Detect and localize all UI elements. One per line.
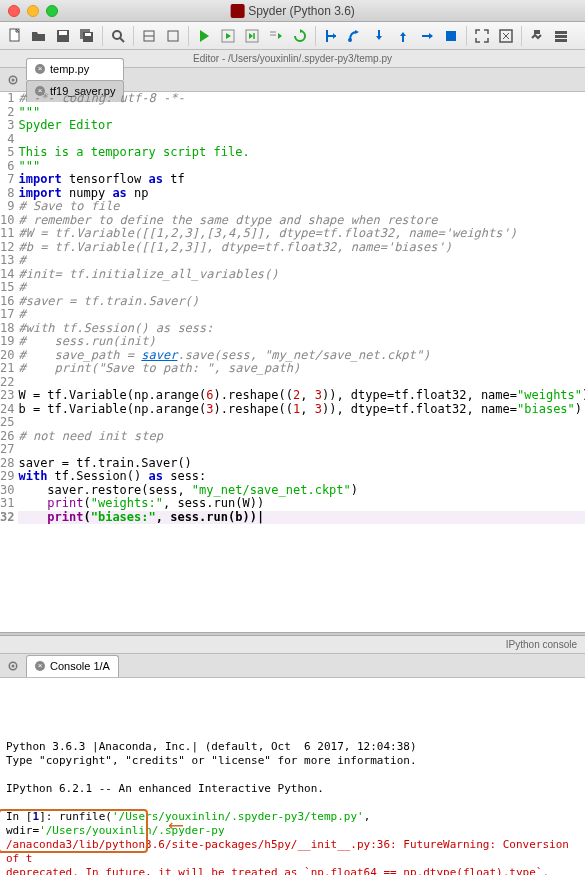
save-all-button[interactable] bbox=[76, 25, 98, 47]
svg-rect-10 bbox=[168, 31, 178, 41]
debug-step-out-button[interactable] bbox=[392, 25, 414, 47]
debug-step-button[interactable] bbox=[344, 25, 366, 47]
close-window-button[interactable] bbox=[8, 5, 20, 17]
console-tab-bar: × Console 1/A bbox=[0, 654, 585, 678]
svg-point-26 bbox=[12, 664, 15, 667]
svg-rect-20 bbox=[555, 31, 567, 34]
window-titlebar: Spyder (Python 3.6) bbox=[0, 0, 585, 22]
close-tab-icon[interactable]: × bbox=[35, 64, 45, 74]
spyder-icon bbox=[230, 4, 244, 18]
save-button[interactable] bbox=[52, 25, 74, 47]
open-file-button[interactable] bbox=[28, 25, 50, 47]
svg-rect-22 bbox=[555, 39, 567, 42]
preferences-button[interactable] bbox=[526, 25, 548, 47]
debug-step-into-button[interactable] bbox=[368, 25, 390, 47]
console-pane: IPython console × Console 1/A ⟵ Python 3… bbox=[0, 636, 585, 875]
svg-rect-2 bbox=[59, 31, 67, 35]
svg-rect-5 bbox=[85, 33, 91, 36]
stop-button[interactable] bbox=[440, 25, 462, 47]
code-content[interactable]: # -*- coding: utf-8 -*-"""Spyder Editor … bbox=[18, 92, 585, 632]
run-cell-button[interactable] bbox=[217, 25, 239, 47]
minimize-window-button[interactable] bbox=[27, 5, 39, 17]
fullscreen-button[interactable] bbox=[495, 25, 517, 47]
console-options-button[interactable] bbox=[3, 656, 23, 676]
line-numbers: 1234567891011121314151617181920212223242… bbox=[0, 92, 18, 632]
console-header: IPython console bbox=[0, 636, 585, 654]
debug-button[interactable] bbox=[320, 25, 342, 47]
path-manager-button[interactable] bbox=[550, 25, 572, 47]
svg-point-24 bbox=[12, 78, 15, 81]
rerun-button[interactable] bbox=[289, 25, 311, 47]
svg-point-6 bbox=[113, 31, 121, 39]
maximize-pane-button[interactable] bbox=[471, 25, 493, 47]
editor-tab[interactable]: ×temp.py bbox=[26, 58, 124, 80]
main-toolbar bbox=[0, 22, 585, 50]
traffic-lights bbox=[8, 5, 58, 17]
window-title-text: Spyder (Python 3.6) bbox=[248, 4, 355, 18]
run-cell-advance-button[interactable] bbox=[241, 25, 263, 47]
find-button[interactable] bbox=[107, 25, 129, 47]
svg-line-7 bbox=[120, 38, 124, 42]
close-tab-icon[interactable]: × bbox=[35, 661, 45, 671]
run-button[interactable] bbox=[193, 25, 215, 47]
debug-continue-button[interactable] bbox=[416, 25, 438, 47]
remove-cell-button[interactable] bbox=[162, 25, 184, 47]
svg-point-16 bbox=[348, 38, 352, 42]
tab-label: temp.py bbox=[50, 63, 89, 75]
svg-rect-17 bbox=[446, 31, 456, 41]
tab-options-button[interactable] bbox=[3, 70, 23, 90]
console-tab[interactable]: × Console 1/A bbox=[26, 655, 119, 677]
console-tab-label: Console 1/A bbox=[50, 660, 110, 672]
create-cell-button[interactable] bbox=[138, 25, 160, 47]
console-output[interactable]: ⟵ Python 3.6.3 |Anaconda, Inc.| (default… bbox=[0, 678, 585, 875]
code-editor[interactable]: 1234567891011121314151617181920212223242… bbox=[0, 92, 585, 632]
maximize-window-button[interactable] bbox=[46, 5, 58, 17]
run-selection-button[interactable] bbox=[265, 25, 287, 47]
svg-rect-21 bbox=[555, 35, 567, 38]
svg-rect-19 bbox=[534, 30, 540, 34]
window-title: Spyder (Python 3.6) bbox=[230, 4, 355, 18]
new-file-button[interactable] bbox=[4, 25, 26, 47]
editor-tab-bar: ×temp.py×tf19_saver.py bbox=[0, 68, 585, 92]
